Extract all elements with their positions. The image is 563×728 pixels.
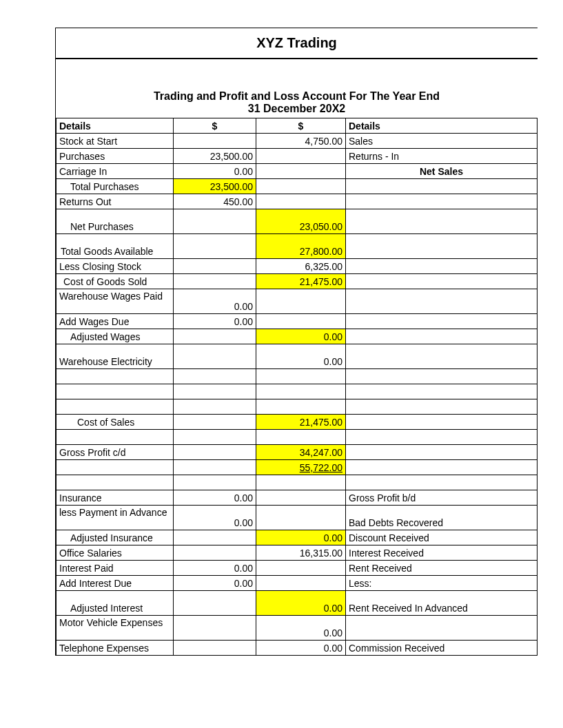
row-net-purchases: Net Purchases 23,050.00 (57, 209, 538, 234)
label-right: Sales (346, 134, 538, 149)
row-insurance: Insurance 0.00 Gross Profit b/d (57, 490, 538, 506)
row-adjusted-insurance: Adjusted Insurance 0.00 Discount Receive… (57, 530, 538, 545)
row-blank-1 (57, 369, 538, 384)
row-add-interest-due: Add Interest Due 0.00 Less: (57, 576, 538, 591)
row-cost-of-sales: Cost of Sales 21,475.00 (57, 415, 538, 430)
header-row: Details $ $ Details (57, 118, 538, 134)
ledger-table: Details $ $ Details Stock at Start 4,750… (56, 118, 538, 656)
row-blank-3 (57, 399, 538, 415)
row-motor-vehicle-expenses: Motor Vehicle Expenses 0.00 (57, 616, 538, 641)
row-warehouse-wages-paid: Warehouse Wages Paid 0.00 (57, 289, 538, 314)
row-stock-at-start: Stock at Start 4,750.00 Sales (57, 134, 538, 149)
header-dollar-2: $ (256, 118, 346, 134)
row-gross-profit-cd: Gross Profit c/d 34,247.00 (57, 445, 538, 460)
row-adjusted-interest: Adjusted Interest 0.00 Rent Received In … (57, 591, 538, 616)
header-details-left: Details (57, 118, 174, 134)
row-returns-out: Returns Out 450.00 (57, 194, 538, 209)
row-cost-of-goods-sold: Cost of Goods Sold 21,475.00 (57, 274, 538, 289)
row-add-wages-due: Add Wages Due 0.00 (57, 314, 538, 329)
row-total-55722: 55,722.00 (57, 460, 538, 475)
val-c: 4,750.00 (256, 134, 346, 149)
row-telephone-expenses: Telephone Expenses 0.00 Commission Recei… (57, 641, 538, 656)
row-less-closing-stock: Less Closing Stock 6,325.00 (57, 259, 538, 274)
subtitle-line-1: Trading and Profit and Loss Account For … (56, 90, 538, 103)
row-blank-5 (57, 475, 538, 490)
worksheet: XYZ Trading Trading and Profit and Loss … (55, 28, 538, 656)
row-purchases: Purchases 23,500.00 Returns - In (57, 149, 538, 164)
label: Stock at Start (57, 134, 174, 149)
row-adjusted-wages: Adjusted Wages 0.00 (57, 329, 538, 344)
row-carriage-in: Carriage In 0.00 Net Sales (57, 164, 538, 179)
val-b (174, 134, 256, 149)
row-office-salaries: Office Salaries 16,315.00 Interest Recei… (57, 545, 538, 561)
row-blank-4 (57, 430, 538, 445)
header-dollar-1: $ (174, 118, 256, 134)
header-details-right: Details (346, 118, 538, 134)
report-subtitle: Trading and Profit and Loss Account For … (56, 59, 538, 118)
row-warehouse-electricity: Warehouse Electricity 0.00 (57, 344, 538, 369)
subtitle-line-2: 31 December 20X2 (56, 103, 538, 115)
row-total-goods-available: Total Goods Available 27,800.00 (57, 234, 538, 259)
row-interest-paid: Interest Paid 0.00 Rent Received (57, 561, 538, 576)
row-less-payment-in-advance: less Payment in Advance 0.00 Bad Debts R… (57, 506, 538, 530)
row-total-purchases: Total Purchases 23,500.00 (57, 179, 538, 194)
company-title: XYZ Trading (56, 28, 538, 59)
row-blank-2 (57, 384, 538, 399)
